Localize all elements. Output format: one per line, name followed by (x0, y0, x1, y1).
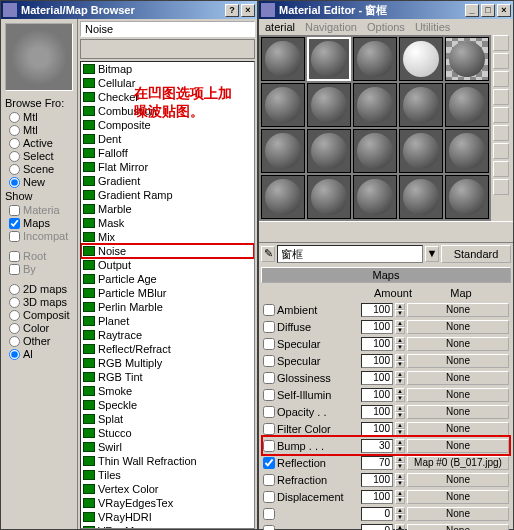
filter-radio[interactable] (9, 349, 20, 360)
map-type-item[interactable]: Vertex Color (81, 482, 254, 496)
browse-from-radio[interactable] (9, 177, 20, 188)
map-type-item[interactable]: Combustion (81, 104, 254, 118)
map-enable-check[interactable] (263, 491, 275, 503)
map-slot-button[interactable]: None (407, 507, 509, 521)
map-enable-check[interactable] (263, 355, 275, 367)
material-slot[interactable] (353, 37, 397, 81)
filter-radio[interactable] (9, 310, 20, 321)
editor-titlebar[interactable]: Material Editor - 窗框 _ □ × (259, 1, 513, 19)
show-materials-check[interactable] (9, 205, 20, 216)
map-amount-input[interactable]: 100 (361, 371, 393, 385)
material-type-button[interactable]: Standard (441, 245, 511, 263)
map-type-item[interactable]: Bitmap (81, 62, 254, 76)
map-type-item[interactable]: Particle MBlur (81, 286, 254, 300)
view-small-icon[interactable] (101, 41, 117, 57)
map-amount-input[interactable]: 100 (361, 422, 393, 436)
browse-from-radio[interactable] (9, 151, 20, 162)
map-type-item[interactable]: Reflect/Refract (81, 342, 254, 356)
material-slot[interactable] (307, 83, 351, 127)
map-type-item[interactable]: Checker (81, 90, 254, 104)
material-slot[interactable] (445, 37, 489, 81)
close-button[interactable]: × (241, 4, 255, 17)
browse-from-radio[interactable] (9, 125, 20, 136)
material-slot[interactable] (261, 129, 305, 173)
map-amount-input[interactable]: 100 (361, 405, 393, 419)
map-slot-button[interactable]: None (407, 473, 509, 487)
map-type-item[interactable]: Dent (81, 132, 254, 146)
map-type-item[interactable]: Mask (81, 216, 254, 230)
spinner[interactable]: ▲▼ (395, 337, 405, 351)
map-type-item[interactable]: Tiles (81, 468, 254, 482)
map-amount-input[interactable]: 100 (361, 303, 393, 317)
name-dropdown-icon[interactable]: ▼ (425, 246, 439, 262)
filter-radio[interactable] (9, 284, 20, 295)
map-type-item[interactable]: RGB Multiply (81, 356, 254, 370)
map-amount-input[interactable]: 100 (361, 354, 393, 368)
map-slot-button[interactable]: None (407, 337, 509, 351)
spinner[interactable]: ▲▼ (395, 439, 405, 453)
map-slot-button[interactable]: None (407, 388, 509, 402)
spinner[interactable]: ▲▼ (395, 371, 405, 385)
browse-from-radio[interactable] (9, 164, 20, 175)
show-incompat-check[interactable] (9, 231, 20, 242)
map-slot-button[interactable]: None (407, 320, 509, 334)
material-slot[interactable] (445, 129, 489, 173)
map-amount-input[interactable]: 30 (361, 439, 393, 453)
material-slot[interactable] (307, 37, 351, 81)
map-slot-button[interactable]: None (407, 422, 509, 436)
browse-from-radio[interactable] (9, 138, 20, 149)
sample-uv-icon[interactable] (493, 89, 509, 105)
go-forward-icon[interactable] (481, 223, 499, 241)
spinner[interactable]: ▲▼ (395, 320, 405, 334)
by-check[interactable] (9, 264, 20, 275)
show-end-result-icon[interactable] (441, 223, 459, 241)
material-name-input[interactable] (277, 245, 423, 263)
material-slot[interactable] (353, 83, 397, 127)
map-type-item[interactable]: Thin Wall Refraction (81, 454, 254, 468)
material-slot[interactable] (353, 129, 397, 173)
filter-radio[interactable] (9, 336, 20, 347)
browse-from-radio[interactable] (9, 112, 20, 123)
map-enable-check[interactable] (263, 440, 275, 452)
put-to-library-icon[interactable] (381, 223, 399, 241)
view-large-icon[interactable] (119, 41, 135, 57)
filter-radio[interactable] (9, 323, 20, 334)
map-slot-button[interactable]: None (407, 371, 509, 385)
spinner[interactable]: ▲▼ (395, 456, 405, 470)
map-amount-input[interactable]: 0 (361, 507, 393, 521)
map-type-item[interactable]: Falloff (81, 146, 254, 160)
maximize-button[interactable]: □ (481, 4, 495, 17)
material-slot[interactable] (261, 37, 305, 81)
background-icon[interactable] (493, 71, 509, 87)
spinner[interactable]: ▲▼ (395, 507, 405, 521)
make-preview-icon[interactable] (493, 125, 509, 141)
map-enable-check[interactable] (263, 423, 275, 435)
map-slot-button[interactable]: Map #0 (B_017.jpg) (407, 456, 509, 470)
map-type-item[interactable]: VRayMap (81, 524, 254, 529)
map-type-item[interactable]: Particle Age (81, 272, 254, 286)
view-list-icon[interactable] (83, 41, 99, 57)
map-enable-check[interactable] (263, 406, 275, 418)
menu-utilities[interactable]: Utilities (415, 21, 450, 33)
material-slot[interactable] (399, 83, 443, 127)
material-slot[interactable] (261, 175, 305, 219)
material-slot[interactable] (399, 175, 443, 219)
map-amount-input[interactable]: 100 (361, 320, 393, 334)
map-type-item[interactable]: VRayEdgesTex (81, 496, 254, 510)
backlight-icon[interactable] (493, 53, 509, 69)
map-slot-button[interactable]: None (407, 354, 509, 368)
material-slot[interactable] (353, 175, 397, 219)
show-maps-check[interactable] (9, 218, 20, 229)
material-slot[interactable] (445, 83, 489, 127)
map-enable-check[interactable] (263, 338, 275, 350)
menu-options[interactable]: Options (367, 21, 405, 33)
material-slot[interactable] (307, 129, 351, 173)
editor-menubar[interactable]: aterial Navigation Options Utilities (259, 19, 513, 35)
spinner[interactable]: ▲▼ (395, 422, 405, 436)
spinner[interactable]: ▲▼ (395, 473, 405, 487)
map-type-item[interactable]: Planet (81, 314, 254, 328)
material-slot[interactable] (399, 37, 443, 81)
filter-radio[interactable] (9, 297, 20, 308)
map-enable-check[interactable] (263, 508, 275, 520)
map-type-item[interactable]: Composite (81, 118, 254, 132)
